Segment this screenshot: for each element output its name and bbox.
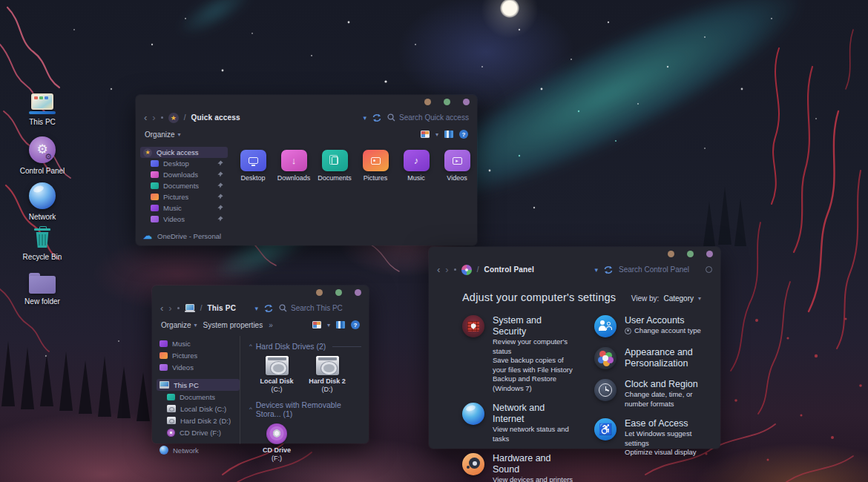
sidebar-item-videos[interactable]: Videos xyxy=(157,361,240,373)
back-button[interactable]: ‹ xyxy=(437,265,440,274)
sidebar-item-label: Pictures xyxy=(172,351,197,360)
window-control-dot-2[interactable] xyxy=(335,289,342,296)
refresh-icon[interactable] xyxy=(603,265,614,274)
recent-locations-icon[interactable] xyxy=(177,307,180,309)
collapse-icon[interactable]: ^ xyxy=(249,406,252,412)
desktop-icon-this-pc[interactable]: This PC xyxy=(16,93,68,126)
category-link[interactable]: Review your computer's status xyxy=(493,337,573,356)
desktop-icon-control-panel[interactable]: ⚙⚙Control Panel xyxy=(16,136,68,175)
category-title[interactable]: Network and Internet xyxy=(493,403,573,425)
sidebar-item-downloads[interactable]: Downloads xyxy=(148,169,228,180)
document-icon xyxy=(332,156,338,165)
search-box[interactable]: Search Quick access xyxy=(387,113,469,122)
window-control-dot-3[interactable] xyxy=(355,289,361,296)
sidebar-item-pictures[interactable]: Pictures xyxy=(148,191,228,202)
category-link[interactable]: Change account type xyxy=(625,326,701,336)
address-dropdown-icon[interactable]: ▾ xyxy=(594,266,598,274)
category-title[interactable]: Appearance and Personalization xyxy=(625,347,706,369)
system-properties-button[interactable]: System properties xyxy=(203,321,263,329)
sidebar-item-documents[interactable]: Documents xyxy=(164,391,240,403)
category-link[interactable]: Backup and Restore (Windows 7) xyxy=(493,374,573,393)
folder-tile-documents[interactable]: Documents xyxy=(321,150,348,182)
sidebar-item-quick-access[interactable]: ★Quick access xyxy=(140,147,228,158)
view-dropdown-icon[interactable]: ▾ xyxy=(327,322,330,329)
view-thumbnails-icon[interactable] xyxy=(421,131,430,138)
view-by-value[interactable]: Category xyxy=(663,294,694,303)
category-link[interactable]: Save backup copies of your files with Fi… xyxy=(493,356,573,374)
folder-tile-music[interactable]: ♪Music xyxy=(403,150,430,182)
refresh-icon[interactable] xyxy=(372,113,382,122)
organize-button[interactable]: Organize▾ xyxy=(145,131,181,139)
category-link[interactable]: Change date, time, or number formats xyxy=(625,390,706,409)
sidebar-item-local-disk-c-[interactable]: Local Disk (C:) xyxy=(164,403,240,415)
search-box[interactable]: Search This PC xyxy=(279,304,361,312)
group-header[interactable]: ^Devices with Removable Stora... (1) xyxy=(249,400,361,418)
sidebar-item-music[interactable]: Music xyxy=(157,337,240,349)
view-thumbnails-icon[interactable] xyxy=(312,321,321,329)
preview-pane-icon[interactable] xyxy=(444,131,453,138)
sidebar-item-network[interactable]: Network xyxy=(157,444,240,456)
path-separator: / xyxy=(200,304,203,312)
help-icon[interactable]: ? xyxy=(459,130,468,139)
drive-local-disk[interactable]: Local Disk(C:) xyxy=(255,356,298,394)
category-link[interactable]: View network status and tasks xyxy=(493,425,573,443)
folder-tile-pictures[interactable]: Pictures xyxy=(362,150,389,182)
forward-button[interactable]: › xyxy=(445,265,448,274)
back-button[interactable]: ‹ xyxy=(160,303,163,313)
search-options-icon[interactable] xyxy=(706,266,712,273)
toolbar-overflow-icon[interactable]: » xyxy=(269,321,273,329)
sidebar-item-onedrive[interactable]: ☁OneDrive - Personal xyxy=(140,231,228,242)
back-button[interactable]: ‹ xyxy=(144,113,147,122)
view-by-control[interactable]: View by: Category ▾ xyxy=(631,294,701,303)
desktop-icon-network[interactable]: Network xyxy=(16,182,68,221)
folder-tile-desktop[interactable]: Desktop xyxy=(240,150,266,182)
address-path[interactable]: This PC xyxy=(207,304,236,312)
category-link[interactable]: Optimize visual display xyxy=(625,448,706,458)
window-control-dot-1[interactable] xyxy=(424,99,431,105)
image-icon xyxy=(371,157,381,165)
sidebar-item-hard-disk-2-d-[interactable]: Hard Disk 2 (D:) xyxy=(164,415,240,426)
category-link[interactable]: View devices and printers xyxy=(493,475,573,482)
folder-tile-downloads[interactable]: ↓Downloads xyxy=(280,150,307,182)
preview-pane-icon[interactable] xyxy=(336,321,345,329)
sidebar-item-this-pc[interactable]: This PC xyxy=(157,379,240,391)
window-control-dot-2[interactable] xyxy=(687,251,694,257)
help-icon[interactable]: ? xyxy=(351,320,360,329)
search-box[interactable]: Search Control Panel xyxy=(619,265,700,274)
window-control-dot-3[interactable] xyxy=(463,99,470,105)
window-control-dot-3[interactable] xyxy=(706,251,713,257)
address-dropdown-icon[interactable]: ▾ xyxy=(254,305,258,312)
desktop-icon-recycle-bin[interactable]: Recycle Bin xyxy=(16,225,68,261)
forward-button[interactable]: › xyxy=(152,113,155,122)
window-control-dot-1[interactable] xyxy=(668,251,674,257)
window-control-dot-1[interactable] xyxy=(316,289,323,296)
sidebar-item-videos[interactable]: Videos xyxy=(148,214,228,225)
desktop-icon-new-folder[interactable]: New folder xyxy=(16,273,68,306)
forward-button[interactable]: › xyxy=(168,303,171,313)
address-path[interactable]: Quick access xyxy=(191,113,240,122)
recent-locations-icon[interactable] xyxy=(161,116,163,119)
sidebar-item-cd-drive-f-[interactable]: CD Drive (F:) xyxy=(164,426,240,438)
window-control-dot-2[interactable] xyxy=(444,99,450,105)
category-title[interactable]: System and Security xyxy=(493,315,573,337)
address-path[interactable]: Control Panel xyxy=(484,265,534,274)
category-title[interactable]: Clock and Region xyxy=(625,379,706,390)
collapse-icon[interactable]: ^ xyxy=(249,343,252,349)
group-header[interactable]: ^Hard Disk Drives (2) xyxy=(249,342,361,351)
refresh-icon[interactable] xyxy=(263,304,274,313)
category-title[interactable]: Ease of Access xyxy=(625,418,706,429)
sidebar-item-documents[interactable]: Documents xyxy=(148,180,228,191)
drive-cd-drive[interactable]: CD Drive(F:) xyxy=(255,423,298,463)
view-dropdown-icon[interactable]: ▾ xyxy=(435,131,438,138)
recent-locations-icon[interactable] xyxy=(454,268,456,271)
sidebar-item-pictures[interactable]: Pictures xyxy=(157,349,240,361)
category-title[interactable]: User Accounts xyxy=(625,315,701,326)
address-dropdown-icon[interactable]: ▾ xyxy=(363,114,366,122)
organize-button[interactable]: Organize▾ xyxy=(161,321,197,329)
category-title[interactable]: Hardware and Sound xyxy=(493,453,573,475)
sidebar-item-music[interactable]: Music xyxy=(148,202,228,214)
folder-tile-videos[interactable]: ▸Videos xyxy=(444,150,470,182)
drive-hard-disk-2[interactable]: Hard Disk 2(D:) xyxy=(306,356,349,394)
category-link[interactable]: Let Windows suggest settings xyxy=(625,429,706,448)
sidebar-item-desktop[interactable]: Desktop xyxy=(148,158,228,169)
